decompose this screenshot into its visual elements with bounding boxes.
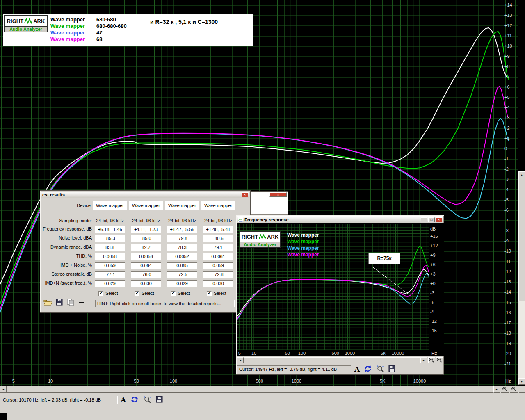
scroll-down-icon[interactable]: ▼ [518,378,525,385]
y-axis-label: +8 [504,64,518,69]
result-value[interactable]: 0.030 [131,280,161,287]
close-button[interactable]: × [436,217,442,222]
result-value[interactable]: -85.3 [95,235,125,242]
y-axis-label: +10 [504,43,518,48]
result-value[interactable]: 0.0052 [167,253,197,260]
x-axis-label: 100 [163,379,184,383]
main-vertical-scrollbar[interactable]: ▲ ▼ [518,171,525,385]
main-horizontal-scrollbar[interactable]: ◄ ► [0,386,500,393]
result-value[interactable]: -80.6 [203,235,233,242]
zoom-in-button[interactable] [428,357,435,363]
result-value[interactable]: +4.11, -1.73 [131,226,161,233]
result-value[interactable]: -85.0 [131,235,161,242]
x-axis-label: 10 [40,379,61,383]
logo-waveform-icon [259,234,266,240]
legend-entry: Wave mapper [287,245,319,251]
y-axis-label: +11 [504,33,518,38]
scrollbar-track[interactable] [518,301,525,378]
result-value[interactable]: 0.0058 [95,253,125,260]
select-group: ✓Select [171,291,190,296]
save-icon[interactable] [56,299,63,307]
minimize-button[interactable]: ▁ [421,217,427,222]
result-value[interactable]: 78.3 [167,244,197,251]
fr-chart-area[interactable]: dB+15+12+9+6+3+0-3-6-9-12-15 51050100500… [237,223,444,356]
logo-text-right: RIGHT [7,18,23,24]
magnifier-icon[interactable] [376,365,385,374]
result-value[interactable]: 0.059 [203,262,233,269]
result-value[interactable]: 0.030 [203,280,233,287]
legend-entry: Wave mapper [287,252,319,258]
x-axis-label: 500 [249,379,270,383]
x-axis-label: 10 [246,351,262,356]
logo-subtitle: Audio Analyzer [240,242,280,247]
result-value[interactable]: 0.029 [95,280,125,287]
maximize-button[interactable]: □ [428,217,435,222]
result-value[interactable]: 82.7 [131,244,161,251]
result-value[interactable]: 0.059 [95,262,125,269]
save-icon[interactable] [156,396,163,404]
result-value[interactable]: 79.1 [203,244,233,251]
result-row-label: IMD + Noise, % [42,262,92,267]
legend-entry: Wave mapper68 [50,36,102,42]
refresh-icon[interactable] [130,395,139,404]
result-value[interactable]: 83.8 [95,244,125,251]
result-value[interactable]: +6.18, -1.46 [95,226,125,233]
legend-entry: Wave mapper680-680-680 [50,23,127,29]
result-value[interactable]: +1.48, -5.41 [203,226,233,233]
select-checkbox[interactable]: ✓ [171,291,176,296]
result-value[interactable]: -77.1 [95,271,125,278]
y-axis-label: -13 [504,279,518,284]
scroll-left-icon[interactable]: ◄ [237,357,244,363]
zoom-out-button[interactable] [436,357,443,363]
y-axis-label: -12 [504,269,518,274]
refresh-icon[interactable] [363,365,372,374]
result-value[interactable]: 0.065 [167,262,197,269]
scroll-right-icon[interactable]: ► [493,386,500,393]
select-checkbox[interactable]: ✓ [98,291,103,296]
scroll-left-icon[interactable]: ◄ [0,386,7,393]
select-group: ✓Select [98,291,118,296]
result-value[interactable]: +1.47, -5.56 [167,226,197,233]
close-icon[interactable]: × [269,192,287,197]
font-button[interactable]: A [354,365,360,373]
fr-y-axis: dB+15+12+9+6+3+0-3-6-9-12-15 [429,224,444,350]
y-axis-label: -6 [430,300,434,305]
legend-entry-label: Wave mapper [50,36,96,42]
x-axis-label: 1000 [342,351,358,356]
scrollbar-thumb[interactable] [244,357,420,363]
result-value[interactable]: 0.0056 [131,253,161,260]
x-axis-label: 100 [294,351,310,356]
save-icon[interactable] [388,365,396,373]
select-row: ✓Select✓Select✓Select✓Select [40,291,251,297]
frequency-response-window: Frequency response ▁ □ × dB+15+12+9+6+3+… [236,215,444,375]
result-value[interactable]: 0.0061 [203,253,233,260]
x-axis-unit: Hz [505,379,511,383]
result-value[interactable]: -72.8 [203,271,233,278]
magnifier-icon[interactable] [143,395,152,404]
result-value[interactable]: -72.5 [167,271,197,278]
copy-icon[interactable] [66,299,75,307]
scroll-right-icon[interactable]: ► [420,357,427,363]
legend-entry-value: 47 [96,30,102,36]
result-row-label: Sampling mode: [42,218,92,223]
select-checkbox[interactable]: ✓ [135,291,139,296]
select-group: ✓Select [135,291,154,296]
cursor-status: Cursor: 10170 Hz, left = 2.33 dB, right … [1,396,118,404]
fr-horizontal-scrollbar[interactable]: ◄ ► [237,357,427,363]
fr-titlebar[interactable]: Frequency response ▁ □ × [237,216,443,223]
scroll-up-icon[interactable]: ▲ [518,171,525,178]
minus-icon[interactable] [78,299,85,307]
zoom-in-button[interactable] [501,386,509,393]
scrollbar-thumb[interactable] [518,178,525,301]
result-value[interactable]: -79.8 [167,235,197,242]
scrollbar-thumb[interactable] [7,386,493,393]
zoom-out-button[interactable] [510,386,518,393]
open-folder-icon[interactable] [43,299,52,307]
curve-wave-mapper-1 [237,269,429,319]
font-button[interactable]: A [121,396,126,404]
result-value[interactable]: 0.029 [167,280,197,287]
y-axis-label: -11 [504,259,518,264]
result-value[interactable]: 0.064 [131,262,161,269]
result-value[interactable]: -76.0 [131,271,161,278]
select-checkbox[interactable]: ✓ [207,291,212,296]
